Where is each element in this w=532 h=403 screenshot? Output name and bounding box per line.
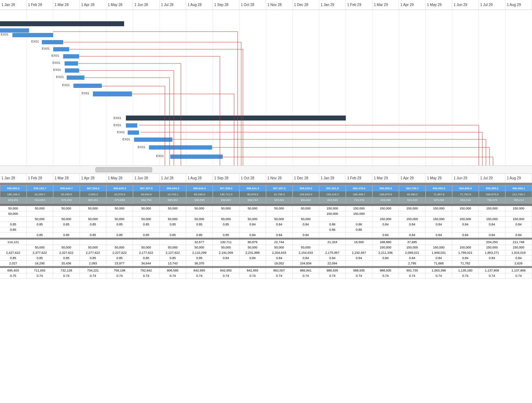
scrollbar-thumb[interactable] xyxy=(95,167,152,172)
colored-cell-19: 996,960.1211,748.1785,212 xyxy=(505,185,532,203)
colored-cell-top-12: 997,001.5 xyxy=(320,185,345,191)
timeline-header-bottom: 1 Jan 281 Feb 281 Mar 281 Apr 281 May 28… xyxy=(0,174,532,183)
scrollbar-area[interactable] xyxy=(0,166,532,174)
plain-cell-s1-2-2: 50,000 xyxy=(53,217,80,222)
plain-cell-s1-0-1: 50,000 xyxy=(27,206,53,211)
plain-cell-s1-0-7: 50,000 xyxy=(186,206,213,211)
timeline-col-4: 1 May 28 xyxy=(106,0,133,10)
plain-cell-s1-0-4: 50,000 xyxy=(106,206,133,211)
plain-row-s2-4: 2,02716,29020,4362,09323,97734,64413,743… xyxy=(0,261,532,266)
plain-cell-s2-2-1: 2,377,622 xyxy=(27,250,53,255)
plain-cell-s1-4-5 xyxy=(133,227,160,232)
colored-cell-11: 999,635.6104,833.5894,802 xyxy=(293,185,319,203)
plain-cell-s2-1-6: 50,000 xyxy=(160,245,186,250)
plain-cell-s3-0-1: 711,692 xyxy=(27,268,53,273)
plain-row-s1-1: 50,000150,000150,000 xyxy=(0,211,532,217)
plain-cell-s2-3-2: 0.85 xyxy=(53,256,80,261)
plain-cell-s2-2-7: 2,110,299 xyxy=(186,250,213,255)
plain-cell-s2-4-5: 34,644 xyxy=(133,261,160,266)
plain-cell-s1-5-16: 0.84 xyxy=(426,233,452,237)
plain-cell-s2-3-5: 0.85 xyxy=(133,256,160,261)
colored-cell-top-5: 967,397.5 xyxy=(133,185,159,191)
plain-cell-s2-4-15: 2,795 xyxy=(399,261,426,266)
plain-cell-s1-2-16: 150,000 xyxy=(426,217,452,222)
plain-cell-s2-0-16 xyxy=(426,240,452,245)
plain-cell-s2-1-8: 50,000 xyxy=(213,245,239,250)
plain-cell-s1-5-0 xyxy=(0,233,27,237)
plain-cell-s3-0-3: 734,221 xyxy=(80,268,106,273)
plain-cell-s1-0-14: 150,000 xyxy=(372,206,399,211)
colored-cell-bot-19: 785,212 xyxy=(506,197,532,203)
plain-cell-s1-2-6: 50,000 xyxy=(160,217,186,222)
plain-cell-s2-1-7: 50,000 xyxy=(186,245,213,250)
plain-cell-s1-3-16: 0.84 xyxy=(426,222,452,227)
plain-cell-s1-3-2: 0.85 xyxy=(53,222,80,227)
colored-cell-bot-8: 836,687 xyxy=(213,197,239,203)
timeline-bottom-col-9: 1 Oct 28 xyxy=(239,174,266,183)
plain-cell-s2-2-10: 2,204,633 xyxy=(266,250,293,255)
plain-cell-s1-1-19 xyxy=(505,211,532,216)
plain-cell-s1-0-13: 150,000 xyxy=(346,206,372,211)
plain-cell-s1-5-6: 0.85 xyxy=(160,233,186,237)
timeline-header-top: 1 Jan 281 Feb 281 Mar 281 Apr 281 May 28… xyxy=(0,0,532,10)
colored-cell-mid-19: 211,748.1 xyxy=(506,191,532,197)
plain-cell-s1-5-11: 0.84 xyxy=(293,233,319,237)
plain-data-section-3: 695,403711,692732,128734,221758,198792,8… xyxy=(0,268,532,279)
plain-cell-s1-3-7: 0.85 xyxy=(186,222,213,227)
gantt-grid xyxy=(0,10,532,166)
timeline-bottom-col-6: 1 Jul 28 xyxy=(160,174,186,183)
plain-cell-s1-5-17: 0.84 xyxy=(452,233,479,237)
timeline-col-8: 1 Sep 28 xyxy=(213,0,239,10)
plain-cell-s2-3-9: 0.84 xyxy=(239,256,266,261)
plain-cell-s1-4-10 xyxy=(266,227,293,232)
plain-cell-s2-3-14: 0.84 xyxy=(372,256,399,261)
plain-cell-s1-1-9 xyxy=(239,211,266,216)
plain-cell-s2-3-12: 0.84 xyxy=(319,256,346,261)
plain-cell-s1-0-3: 50,000 xyxy=(80,206,106,211)
plain-cell-s1-3-1: 0.85 xyxy=(27,222,53,227)
plain-cell-s2-0-8: 130,711 xyxy=(213,240,239,245)
colored-cell-bot-4: 975,668 xyxy=(107,197,133,203)
plain-cell-s3-0-10: 862,007 xyxy=(266,268,293,273)
colored-cell-17: 964,800.071,781.9893,018 xyxy=(452,185,479,203)
plain-cell-s2-0-15: 37,685 xyxy=(399,240,426,245)
colored-cell-mid-14: 168,879.9 xyxy=(373,191,399,197)
colored-cell-13: 900,478.0166,499.7733,978 xyxy=(346,185,372,203)
plain-cell-s3-0-19: 1,137,806 xyxy=(505,268,532,273)
plain-cell-s2-4-14 xyxy=(372,261,399,266)
timeline-bottom-col-7: 1 Aug 28 xyxy=(186,174,213,183)
plain-cell-s2-0-5 xyxy=(133,240,160,245)
plain-cell-s2-0-2 xyxy=(53,240,80,245)
plain-cell-s1-0-0: 50,000 xyxy=(0,206,27,211)
plain-cell-s1-3-9: 0.84 xyxy=(239,222,266,227)
plain-cell-s1-4-18 xyxy=(479,227,505,232)
plain-cell-s2-4-9 xyxy=(239,261,266,266)
colored-cell-bot-10: 925,601 xyxy=(266,197,292,203)
timeline-col-13: 1 Feb 29 xyxy=(346,0,372,10)
plain-cell-s1-1-7 xyxy=(186,211,213,216)
plain-row-s2-1: 50,00050,00050,00050,00050,00050,00050,0… xyxy=(0,245,532,250)
plain-cell-s1-1-11 xyxy=(293,211,319,216)
colored-cell-mid-4: 23,976.9 xyxy=(107,191,133,197)
plain-cell-s2-1-11: 50,000 xyxy=(293,245,319,250)
plain-cell-s1-5-8: 0.85 xyxy=(213,233,239,237)
colored-cell-top-19: 996,960.1 xyxy=(506,185,532,191)
plain-cell-s1-0-5: 50,000 xyxy=(133,206,160,211)
plain-cell-s2-0-19: 211,748 xyxy=(505,240,532,245)
plain-cell-s3-1-7: 0.74 xyxy=(186,273,213,278)
plain-cell-s3-1-16: 0.74 xyxy=(426,273,452,278)
plain-cell-s2-0-18: 204,250 xyxy=(479,240,505,245)
plain-cell-s1-3-5: 0.85 xyxy=(133,222,160,227)
colored-cell-top-16: 996,956.5 xyxy=(426,185,452,191)
colored-cell-mid-5: 34,644.0 xyxy=(133,191,159,197)
plain-cell-s2-3-7: 0.85 xyxy=(186,256,213,261)
plain-cell-s1-1-4 xyxy=(106,211,133,216)
colored-cell-top-6: 999,644.5 xyxy=(160,185,186,191)
plain-cell-s2-1-12 xyxy=(319,245,346,250)
gantt-area[interactable]: EX01 EX01 EX01 EX01 EX01 EX01 EX01 EX01 xyxy=(0,10,532,166)
plain-cell-s3-0-8: 842,955 xyxy=(213,268,239,273)
plain-cell-s2-4-13 xyxy=(346,261,372,266)
colored-cell-mid-11: 104,833.5 xyxy=(293,191,319,197)
plain-cell-s3-1-5: 0.74 xyxy=(133,273,160,278)
plain-cell-s3-0-15: 991,730 xyxy=(399,268,426,273)
